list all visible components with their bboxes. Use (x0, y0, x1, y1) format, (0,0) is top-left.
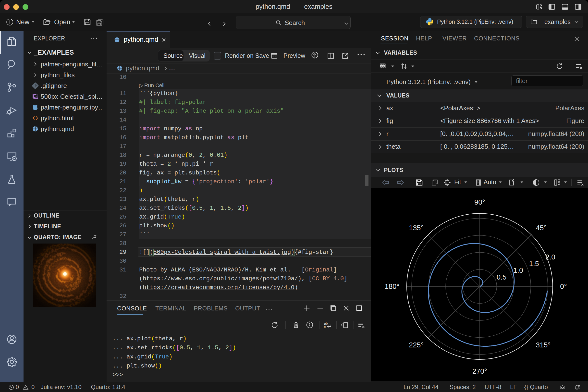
svg-text:90°: 90° (474, 198, 485, 206)
svg-text:0°: 0° (560, 282, 567, 290)
svg-text:2.0: 2.0 (545, 253, 555, 261)
svg-text:315°: 315° (536, 341, 550, 349)
svg-text:225°: 225° (409, 341, 424, 349)
svg-text:1.0: 1.0 (513, 266, 523, 274)
svg-text:0.5: 0.5 (496, 273, 506, 281)
svg-text:270°: 270° (472, 367, 487, 375)
svg-text:1.5: 1.5 (529, 260, 539, 268)
svg-text:135°: 135° (409, 224, 424, 232)
svg-text:c: c (324, 325, 326, 329)
svg-text:180°: 180° (385, 282, 399, 290)
svg-text:45°: 45° (536, 224, 546, 232)
